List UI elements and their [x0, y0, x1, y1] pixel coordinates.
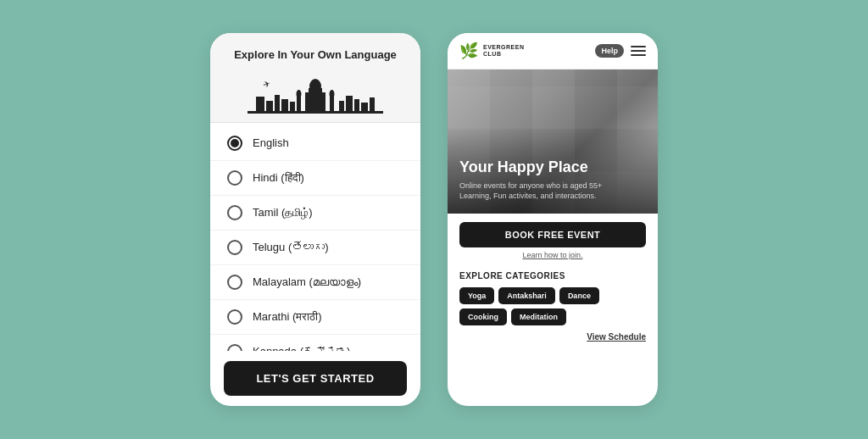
language-item[interactable]: Malayalam (മലയാളം)	[210, 265, 420, 300]
evergreen-club-card: 🌿 EVERGREEN CLUB Help Your Happy Place O…	[448, 33, 658, 406]
language-card-footer: LET'S GET STARTED	[210, 351, 420, 406]
svg-rect-18	[361, 103, 368, 111]
hamburger-line-1	[631, 46, 646, 47]
svg-rect-10	[256, 97, 264, 111]
language-item[interactable]: Telugu (తెలుగు)	[210, 231, 420, 265]
view-schedule-link[interactable]: View Schedule	[459, 332, 646, 342]
svg-text:✈: ✈	[262, 78, 271, 89]
explore-categories-title: EXPLORE CATEGORIES	[459, 271, 646, 281]
radio-button	[227, 170, 242, 186]
header-actions: Help	[595, 44, 646, 58]
language-item[interactable]: Marathi (मराठी)	[210, 300, 420, 335]
hamburger-line-2	[631, 50, 646, 52]
language-list: EnglishHindi (हिंदी)Tamil (தமிழ்)Telugu …	[210, 123, 420, 351]
explore-categories-section: EXPLORE CATEGORIES YogaAntakshariDanceCo…	[448, 264, 658, 350]
svg-rect-3	[314, 80, 316, 85]
logo-text: EVERGREEN CLUB	[483, 44, 524, 58]
language-item[interactable]: English	[210, 126, 420, 161]
svg-rect-13	[281, 99, 288, 111]
category-tag[interactable]: Cooking	[459, 308, 507, 325]
category-tag[interactable]: Antakshari	[498, 287, 555, 304]
svg-rect-11	[266, 101, 273, 111]
svg-rect-16	[346, 96, 353, 111]
india-skyline-svg: ✈	[248, 71, 383, 114]
category-tag[interactable]: Dance	[559, 287, 599, 304]
radio-button	[227, 344, 242, 351]
language-item[interactable]: Kannada (ಕನ್ನಡ)	[210, 335, 420, 351]
menu-button[interactable]	[631, 46, 646, 56]
language-item[interactable]: Hindi (हिंदी)	[210, 161, 420, 196]
book-event-button[interactable]: BOOK FREE EVENT	[459, 222, 646, 247]
hero-subtitle: Online events for anyone who is aged 55+…	[459, 181, 646, 202]
radio-inner	[231, 139, 239, 147]
language-card-title: Explore In Your Own Language	[220, 48, 410, 63]
category-tags-container: YogaAntakshariDanceCookingMeditation	[459, 287, 646, 325]
language-label: Malayalam (മലയാളം)	[253, 275, 361, 289]
hero-banner: Your Happy Place Online events for anyon…	[448, 69, 658, 214]
language-card-header: Explore In Your Own Language	[210, 33, 420, 123]
language-label: English	[253, 136, 289, 149]
app-header: 🌿 EVERGREEN CLUB Help	[448, 33, 658, 69]
language-item[interactable]: Tamil (தமிழ்)	[210, 196, 420, 231]
radio-button	[227, 136, 242, 151]
radio-button	[227, 205, 242, 220]
get-started-button[interactable]: LET'S GET STARTED	[224, 361, 407, 396]
svg-rect-6	[298, 90, 299, 93]
radio-button	[227, 275, 242, 290]
hero-title: Your Happy Place	[459, 158, 646, 177]
help-button[interactable]: Help	[595, 44, 624, 58]
svg-rect-19	[370, 97, 375, 111]
category-tag[interactable]: Meditation	[511, 308, 566, 325]
svg-rect-0	[305, 92, 326, 111]
svg-rect-12	[275, 95, 280, 111]
language-selection-card: Explore In Your Own Language	[210, 33, 420, 406]
language-label: Kannada (ಕನ್ನಡ)	[253, 345, 350, 351]
svg-rect-9	[331, 90, 332, 93]
language-label: Telugu (తెలుగు)	[253, 241, 329, 253]
radio-button	[227, 309, 242, 325]
language-label: Hindi (हिंदी)	[253, 171, 304, 185]
svg-rect-21	[248, 111, 383, 114]
radio-button	[227, 240, 242, 255]
svg-rect-14	[290, 102, 295, 111]
learn-how-link[interactable]: Learn how to join.	[459, 251, 646, 259]
logo-area: 🌿 EVERGREEN CLUB	[459, 42, 524, 60]
language-label: Marathi (मराठी)	[253, 310, 322, 324]
language-label: Tamil (தமிழ்)	[253, 206, 313, 220]
svg-rect-15	[339, 101, 344, 111]
category-tag[interactable]: Yoga	[459, 287, 494, 304]
skyline-illustration: ✈	[220, 71, 410, 114]
svg-rect-17	[354, 99, 359, 111]
hamburger-line-3	[631, 54, 646, 56]
leaf-icon: 🌿	[459, 42, 478, 60]
